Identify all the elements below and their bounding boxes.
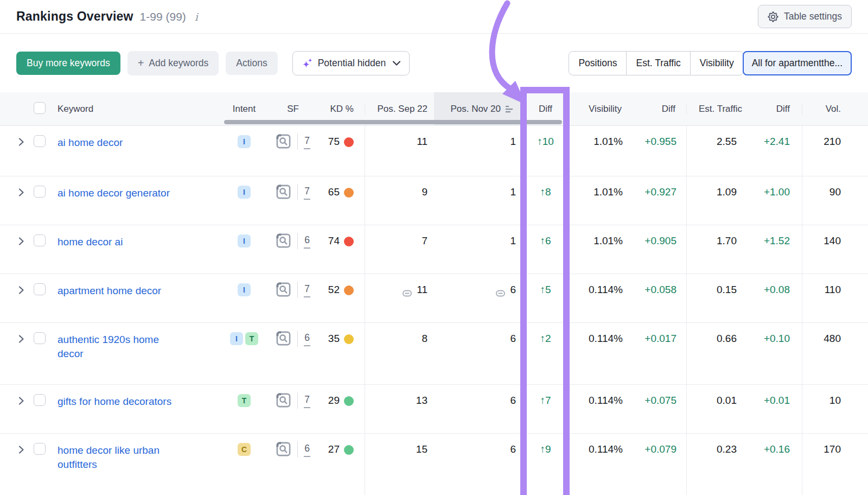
sf-count[interactable]: 6 [304, 441, 310, 457]
select-all-checkbox[interactable] [34, 102, 46, 114]
position-diff-cell: ↑6 [522, 225, 569, 274]
keyword-link[interactable]: gifts for home decorators [58, 395, 171, 409]
pos-sep22-cell: 9 [365, 176, 434, 225]
row-checkbox[interactable] [34, 186, 46, 198]
col-header-intent[interactable]: Intent [222, 104, 266, 115]
serp-link-icon[interactable] [496, 288, 506, 300]
keyword-link[interactable]: ai home decor [58, 136, 123, 150]
chevron-right-icon[interactable] [18, 188, 24, 199]
kd-cell: 74 [320, 225, 365, 274]
buy-more-keywords-button[interactable]: Buy more keywords [16, 52, 120, 75]
row-checkbox[interactable] [34, 332, 46, 344]
sf-count[interactable]: 6 [304, 233, 310, 249]
pos-sep22-cell: 15 [365, 434, 434, 495]
kd-cell: 52 [320, 274, 365, 322]
add-keywords-label: Add keywords [149, 58, 208, 69]
gear-icon [768, 11, 778, 22]
sf-count[interactable]: 7 [304, 184, 310, 200]
col-header-diff-position[interactable]: Diff [522, 104, 569, 115]
kd-cell: 27 [320, 434, 365, 495]
serp-features-cell: 7 [266, 274, 320, 322]
col-header-kd[interactable]: KD % [320, 104, 365, 115]
col-header-diff-traffic[interactable]: Diff [743, 104, 802, 115]
serp-features-icon [276, 184, 291, 202]
kd-cell: 75 [320, 126, 365, 176]
serp-link-icon[interactable] [403, 288, 413, 300]
row-checkbox[interactable] [34, 234, 46, 246]
serp-features-icon [276, 441, 291, 460]
toolbar: Buy more keywords + Add keywords Actions… [0, 34, 868, 92]
expand-row-cell [14, 176, 34, 225]
row-checkbox[interactable] [34, 135, 46, 147]
chevron-right-icon[interactable] [18, 137, 24, 149]
pos-nov20-cell-value: 6 [510, 443, 516, 455]
row-checkbox-cell [34, 385, 58, 433]
chevron-down-icon [393, 61, 400, 66]
pos-sep22-cell: 8 [365, 323, 434, 384]
table-body: ai home decorI775111↑101.01%+0.9552.55+2… [0, 126, 868, 495]
view-tab-visibility[interactable]: Visibility [690, 52, 743, 75]
col-header-diff-visibility[interactable]: Diff [629, 104, 686, 115]
chevron-right-icon[interactable] [18, 285, 24, 297]
sf-divider [297, 134, 298, 150]
keyword-link[interactable]: home decor like urbanoutfitters [58, 443, 159, 472]
pos-sep22-cell-value: 11 [417, 284, 427, 296]
col-header-pos-sep22[interactable]: Pos. Sep 22 [365, 104, 434, 115]
chevron-right-icon[interactable] [18, 237, 24, 248]
info-icon[interactable]: i [193, 11, 200, 23]
visibility-diff-cell: +0.075 [629, 385, 686, 433]
volume-cell: 170 [802, 434, 868, 495]
intent-cell: T [222, 385, 266, 433]
sf-count[interactable]: 6 [304, 331, 310, 346]
row-checkbox[interactable] [34, 443, 46, 455]
kd-difficulty-dot [344, 285, 354, 295]
view-tab-est-traffic[interactable]: Est. Traffic [626, 52, 690, 75]
row-checkbox-cell [34, 434, 58, 495]
view-tab-all-for-apartmentthe[interactable]: All for apartmentthe... [743, 51, 852, 75]
sf-count[interactable]: 7 [304, 282, 310, 297]
sf-count[interactable]: 7 [304, 134, 310, 149]
intent-badge-informational: I [238, 234, 251, 248]
kd-difficulty-dot [344, 334, 354, 344]
add-keywords-button[interactable]: + Add keywords [127, 51, 219, 75]
kd-value: 29 [328, 395, 340, 407]
table-row: apartment home decorI752116↑50.114%+0.05… [0, 274, 868, 323]
keyword-link[interactable]: ai home decor generator [58, 186, 170, 200]
table-row: home decor aiI67471↑61.01%+0.9051.70+1.5… [0, 225, 868, 274]
chevron-right-icon[interactable] [18, 334, 24, 346]
keyword-cell: ai home decor [58, 126, 222, 176]
col-header-sf[interactable]: SF [266, 104, 320, 115]
chevron-right-icon[interactable] [18, 445, 24, 456]
est-traffic-cell: 1.09 [686, 176, 743, 225]
keyword-link[interactable]: home decor ai [58, 235, 123, 249]
sf-count[interactable]: 7 [304, 392, 310, 408]
col-header-keyword[interactable]: Keyword [58, 104, 222, 115]
table-row: home decor like urbanoutfittersC627156↑9… [0, 434, 868, 495]
col-header-est-traffic[interactable]: Est. Traffic [686, 104, 743, 115]
chevron-right-icon[interactable] [18, 396, 24, 408]
volume-cell: 210 [802, 126, 868, 176]
pos-sep22-cell: 7 [365, 225, 434, 274]
serp-features-cell: 6 [266, 323, 320, 384]
intent-cell: C [222, 434, 266, 495]
keyword-link[interactable]: authentic 1920s homedecor [58, 333, 159, 361]
row-checkbox[interactable] [34, 283, 46, 295]
actions-button[interactable]: Actions [226, 52, 277, 75]
horizontal-scrollbar[interactable] [224, 120, 562, 124]
table-settings-button[interactable]: Table settings [758, 5, 852, 28]
pos-nov20-cell: 1 [434, 225, 522, 274]
pos-nov20-cell-value: 6 [510, 395, 516, 407]
col-header-volume[interactable]: Vol. [802, 104, 868, 115]
row-checkbox[interactable] [34, 394, 46, 406]
est-traffic-cell: 0.66 [686, 323, 743, 384]
intent-badge-commercial: C [238, 443, 251, 456]
expand-row-cell [14, 225, 34, 274]
keyword-link[interactable]: apartment home decor [58, 284, 161, 298]
sf-divider [297, 233, 298, 249]
expand-row-cell [14, 323, 34, 384]
visibility-diff-cell: +0.079 [629, 434, 686, 495]
keyword-cell: home decor like urbanoutfitters [58, 434, 222, 495]
potential-hidden-dropdown[interactable]: Potential hidden [292, 51, 410, 75]
col-header-visibility[interactable]: Visibility [569, 104, 629, 115]
view-tab-positions[interactable]: Positions [569, 52, 626, 75]
